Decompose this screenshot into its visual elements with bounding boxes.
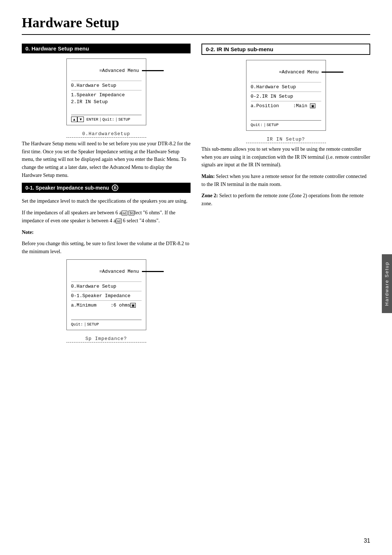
lcd01-title-row: =Advanced Menu [71,263,142,280]
lcd02-bottom: Quit:｜SETUP [251,120,321,127]
section02-body: This sub-menu allows you to set where yo… [201,145,370,169]
lcd01-row3: a.Minimum :6 ohms▣ [71,302,142,309]
lcd01-bottom: Quit:｜SETUP [71,320,142,327]
section-02-header: 0-2. IR IN Setup sub-menu [201,44,370,55]
section-0-header: 0. Hardware Setup menu [22,44,191,53]
lcd-screen-02: =Advanced Menu 0.Hardware Setup 0-2.IR I… [201,60,370,134]
lcd01-row1: 0.Hardware Setup [71,283,142,290]
lcd-screen-01: =Advanced Menu 0.Hardware Setup 0-1.Spea… [22,259,191,333]
lcd0-bottom: ▲▼ ENTER｜Quit:｜SETUP [71,115,142,122]
lcd02-title-row: =Advanced Menu [251,63,321,81]
section02-main-desc: Main: Select when you have a remote sens… [201,173,370,188]
page-title: Hardware Setup [22,15,370,35]
lcd-screen-0: =Advanced Menu 0.Hardware Setup 1.Speake… [22,58,191,128]
lcd02-row2: 0-2.IR IN Setup [251,93,321,100]
lcd01-row2: 0-1.Speaker Impedance [71,292,142,299]
circle-b-icon: B [112,185,118,191]
lcd02-row3: a.Position :Main ▣ [251,102,321,109]
section-0-hardware-setup-menu: 0. Hardware Setup menu =Advanced Menu 0.… [22,44,191,345]
lcd02-row1: 0.Hardware Setup [251,84,321,90]
lcd0-dotted-label: 0.HardwareSetup [66,130,146,138]
section02-zone2-desc: Zone 2: Select to perform the remote zon… [201,192,370,207]
lcd0-row3: 2.IR IN Setup [71,98,142,105]
section-01-label: 0-1. Speaker Impedance sub-menu [25,185,109,191]
section0-body: The Hardware Setup menu will need to be … [22,140,191,179]
section01-body1: Set the impedance level to match the spe… [22,197,191,205]
lcd02-dotted-label: IR IN Setup? [246,136,326,143]
lcd0-row2: 1.Speaker Impedance [71,92,142,98]
section-01-header: 0-1. Speaker Impedance sub-menu B [22,183,191,193]
section01-note-text: Before you change this setting, be sure … [22,240,191,255]
section-02-ir-in-setup: 0-2. IR IN Setup sub-menu =Advanced Menu… [201,44,370,345]
lcd01-dotted-label: Sp Impedance? [66,335,146,343]
page-number: 31 [364,538,370,544]
lcd0-title-row: =Advanced Menu [71,62,142,80]
sidebar-tab: Hardware Setup [382,254,392,313]
lcd0-row1: 0.Hardware Setup [71,82,142,89]
section01-note: Note: [22,228,191,236]
section01-body2: If the impedances of all speakers are be… [22,209,191,224]
